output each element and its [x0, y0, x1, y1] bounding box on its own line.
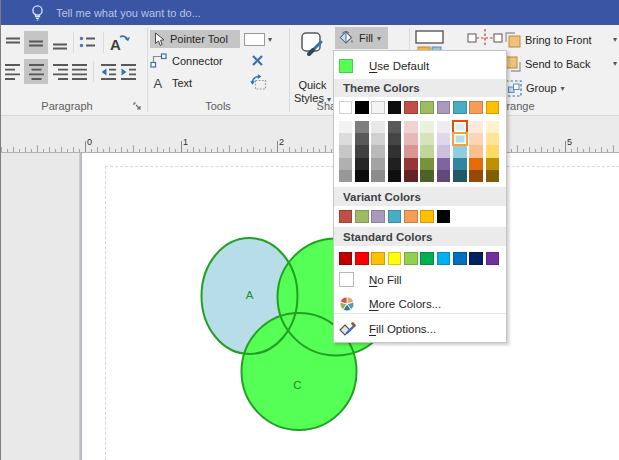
theme-shade-swatch[interactable] [355, 121, 369, 133]
standard-color-swatch[interactable] [339, 252, 353, 265]
standard-color-swatch[interactable] [486, 252, 500, 265]
theme-shade-swatch[interactable] [339, 121, 353, 133]
theme-shade-swatch[interactable] [486, 121, 500, 133]
theme-shade-swatch[interactable] [371, 158, 385, 170]
variant-color-swatch[interactable] [420, 210, 434, 223]
variant-color-swatch[interactable] [339, 210, 353, 223]
text-button[interactable]: A Text [153, 74, 192, 91]
theme-shade-swatch[interactable] [486, 145, 500, 157]
text-direction-icon[interactable]: A [109, 31, 130, 54]
delete-x-icon[interactable] [251, 54, 264, 67]
theme-shade-swatch[interactable] [453, 145, 467, 157]
theme-color-swatch[interactable] [404, 101, 418, 114]
theme-color-swatch[interactable] [355, 101, 369, 114]
theme-shade-swatch[interactable] [404, 170, 418, 182]
align-center-icon[interactable] [28, 63, 45, 81]
theme-shade-swatch[interactable] [486, 170, 500, 182]
tell-me-placeholder[interactable]: Tell me what you want to do... [56, 7, 201, 19]
paragraph-dialog-launcher-icon[interactable] [133, 102, 142, 111]
theme-shade-swatch[interactable] [371, 170, 385, 182]
theme-shade-swatch[interactable] [469, 170, 483, 182]
increase-indent-icon[interactable] [120, 63, 137, 81]
theme-shade-swatch[interactable] [371, 121, 385, 133]
theme-shade-swatch[interactable] [437, 133, 451, 145]
theme-shade-swatch[interactable] [420, 145, 434, 157]
menu-item-no-fill[interactable]: No Fill [334, 267, 506, 292]
theme-shade-swatch[interactable] [437, 158, 451, 170]
decrease-indent-icon[interactable] [100, 63, 117, 81]
standard-color-swatch[interactable] [371, 252, 385, 265]
theme-shade-swatch[interactable] [355, 133, 369, 145]
theme-shade-swatch[interactable] [388, 170, 402, 182]
standard-color-swatch[interactable] [437, 252, 451, 265]
shape-style-swatch-button[interactable]: ▾ [244, 31, 280, 47]
variant-color-swatch[interactable] [371, 210, 385, 223]
theme-color-swatch[interactable] [486, 101, 500, 114]
theme-shade-swatch[interactable] [388, 145, 402, 157]
theme-shade-swatch[interactable] [453, 158, 467, 170]
quick-styles-button[interactable]: Quick Styles ▾ [292, 29, 333, 106]
align-left-icon[interactable] [4, 63, 21, 81]
variant-color-swatch[interactable] [437, 210, 451, 223]
theme-shade-swatch[interactable] [420, 170, 434, 182]
variant-color-swatch[interactable] [388, 210, 402, 223]
theme-shade-swatch[interactable] [404, 158, 418, 170]
group-button[interactable]: Group ▾ [505, 79, 577, 97]
theme-color-swatch[interactable] [388, 101, 402, 114]
theme-shade-swatch[interactable] [469, 121, 483, 133]
theme-color-swatch[interactable] [339, 101, 353, 114]
theme-shade-swatch[interactable] [420, 133, 434, 145]
theme-shade-swatch[interactable] [486, 158, 500, 170]
menu-item-use-default[interactable]: Use Default [334, 53, 506, 79]
rotate-shape-icon[interactable] [250, 74, 269, 91]
theme-shade-swatch[interactable] [339, 133, 353, 145]
standard-color-swatch[interactable] [453, 252, 467, 265]
variant-color-swatch[interactable] [355, 210, 369, 223]
valign-bottom-icon[interactable] [52, 36, 68, 50]
bring-to-front-button[interactable]: Bring to Front ▾ [505, 31, 617, 48]
theme-shade-swatch[interactable] [437, 145, 451, 157]
theme-shade-swatch[interactable] [355, 170, 369, 182]
theme-color-swatch[interactable] [437, 101, 451, 114]
theme-shade-swatch[interactable] [469, 145, 483, 157]
theme-shade-swatch[interactable] [339, 170, 353, 182]
theme-shade-swatch[interactable] [371, 133, 385, 145]
theme-color-swatch[interactable] [420, 101, 434, 114]
send-to-back-button[interactable]: Send to Back ▾ [505, 55, 617, 72]
align-right-icon[interactable] [52, 63, 69, 81]
theme-shade-swatch[interactable] [437, 121, 451, 133]
theme-color-swatch[interactable] [371, 101, 385, 114]
theme-shade-swatch[interactable] [388, 158, 402, 170]
bullets-icon[interactable] [79, 35, 96, 50]
valign-top-icon[interactable] [5, 36, 21, 50]
theme-shade-swatch[interactable] [404, 121, 418, 133]
theme-shade-swatch[interactable] [355, 145, 369, 157]
theme-shade-swatch[interactable] [486, 133, 500, 145]
theme-shade-swatch[interactable] [388, 121, 402, 133]
theme-shade-swatch[interactable] [469, 158, 483, 170]
theme-shade-swatch[interactable] [420, 121, 434, 133]
standard-color-swatch[interactable] [404, 252, 418, 265]
justify-icon[interactable] [71, 63, 88, 81]
theme-shade-swatch[interactable] [339, 145, 353, 157]
drawing-canvas[interactable]: AC [1, 153, 619, 460]
valign-middle-icon[interactable] [28, 36, 44, 50]
theme-shade-swatch[interactable] [404, 145, 418, 157]
tell-me-bar[interactable]: Tell me what you want to do... [1, 0, 619, 25]
pointer-tool-button[interactable]: Pointer Tool [150, 30, 240, 48]
fill-button[interactable]: Fill ▾ [335, 27, 388, 49]
standard-color-swatch[interactable] [388, 252, 402, 265]
standard-color-swatch[interactable] [355, 252, 369, 265]
standard-color-swatch[interactable] [420, 252, 434, 265]
theme-shade-swatch[interactable] [404, 133, 418, 145]
variant-color-swatch[interactable] [404, 210, 418, 223]
theme-shade-swatch[interactable] [453, 170, 467, 182]
menu-item-fill-options[interactable]: Fill Options... [334, 315, 506, 342]
theme-shade-swatch[interactable] [437, 170, 451, 182]
theme-shade-swatch[interactable] [339, 158, 353, 170]
theme-color-swatch[interactable] [453, 101, 467, 114]
standard-color-swatch[interactable] [469, 252, 483, 265]
theme-shade-swatch[interactable] [371, 145, 385, 157]
theme-shade-swatch[interactable] [469, 133, 483, 145]
connector-button[interactable]: Connector [150, 52, 223, 69]
